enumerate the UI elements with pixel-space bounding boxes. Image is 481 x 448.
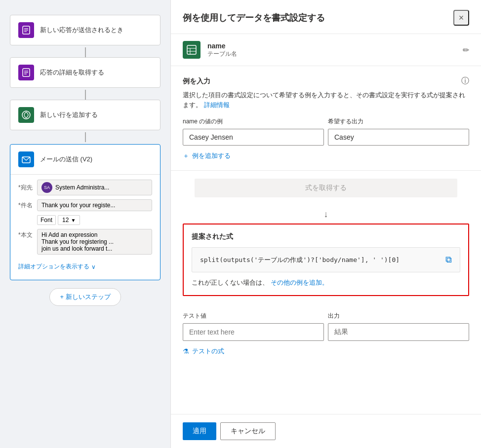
test-section: テスト値 出力 結果 ⚗ テストの式 (171, 304, 481, 372)
mail-to-field: *宛先 SA System Administra... (18, 180, 152, 195)
proposed-formula-section: 提案された式 split(outputs('テーブルの作成')?['body/n… (183, 224, 469, 296)
avatar: SA (41, 182, 52, 193)
formula-box: split(outputs('テーブルの作成')?['body/name'], … (192, 247, 460, 272)
section-description: 選択した項目の書式設定について希望する例を入力すると、その書式設定を実行する式が… (183, 90, 469, 110)
field-info: name テーブル名 ✏ (171, 34, 481, 66)
name-example-label: name の値の例 (183, 117, 324, 126)
copy-icon[interactable]: ⧉ (445, 255, 452, 265)
down-arrow: ↓ (171, 205, 481, 224)
cancel-button[interactable]: キャンセル (220, 422, 276, 440)
connector-1 (85, 47, 86, 57)
to-label: *宛先 (18, 184, 33, 192)
panel-content: 例を入力 ⓘ 選択した項目の書式設定について希望する例を入力すると、その書式設定… (171, 66, 481, 414)
mail-step[interactable]: メールの送信 (V2) *宛先 SA System Administra... … (10, 144, 160, 280)
proposed-title: 提案された式 (192, 232, 460, 241)
svg-rect-10 (187, 45, 196, 54)
formula-text: split(outputs('テーブルの作成')?['body/name'], … (200, 256, 400, 264)
info-icon[interactable]: ⓘ (461, 76, 469, 86)
flask-icon: ⚗ (183, 347, 189, 355)
test-value-input[interactable] (183, 323, 324, 341)
test-value-label: テスト値 (183, 312, 324, 320)
enter-example-title: 例を入力 (183, 77, 210, 86)
body-content: Hi Add an expression Thank you for regis… (37, 229, 152, 255)
output-example-input[interactable] (328, 129, 469, 146)
font-size[interactable]: 12 ▼ (58, 215, 80, 225)
panel-title: 例を使用してデータを書式設定する (183, 12, 325, 24)
wrong-formula-text: これが正しくない場合は、 その他の例を追加。 (192, 278, 460, 287)
to-value: SA System Administra... (37, 180, 152, 195)
excel-field-icon (183, 41, 200, 59)
format-panel: 例を使用してデータを書式設定する × name テーブル名 ✏ 例を入力 ⓘ (170, 0, 481, 448)
mail-body-field: *本文 Font 12 ▼ Hi Add an expression Thank… (18, 215, 152, 255)
panel-footer: 適用 キャンセル (171, 414, 481, 448)
forms-icon-1 (18, 22, 34, 38)
apply-button[interactable]: 適用 (183, 422, 216, 440)
subject-value: Thank you for your registe... (37, 199, 152, 211)
workflow-step-1[interactable]: 新しい応答が送信されるとき (10, 15, 160, 45)
step-3-label: 新しい行を追加する (40, 111, 98, 119)
add-more-examples-link[interactable]: その他の例を追加。 (271, 279, 328, 286)
connector-2 (85, 90, 86, 100)
mail-step-body: *宛先 SA System Administra... *件名 Thank yo… (10, 175, 160, 280)
edit-icon[interactable]: ✏ (463, 45, 469, 55)
test-formula-button[interactable]: ⚗ テストの式 (183, 347, 224, 356)
workflow-step-2[interactable]: 応答の詳細を取得する (10, 57, 160, 88)
mail-step-header: メールの送信 (V2) (10, 145, 160, 175)
forms-icon-2 (18, 65, 34, 80)
step-2-label: 応答の詳細を取得する (40, 68, 104, 77)
field-name: name (207, 42, 456, 50)
name-example-input[interactable] (183, 129, 324, 146)
body-label: *本文 (18, 231, 33, 239)
field-subtitle: テーブル名 (207, 50, 456, 58)
connector-3 (85, 132, 86, 142)
close-button[interactable]: × (453, 10, 469, 26)
panel-header: 例を使用してデータを書式設定する × (171, 0, 481, 34)
excel-icon (18, 107, 34, 123)
test-output-label: 出力 (328, 312, 469, 320)
mail-subject-field: *件名 Thank you for your registe... (18, 199, 152, 211)
show-options-btn[interactable]: 詳細オプションを表示する ∨ (18, 259, 152, 275)
add-example-button[interactable]: ＋ 例を追加する (183, 151, 231, 160)
detail-link[interactable]: 詳細情報 (204, 101, 230, 109)
workflow-background: 新しい応答が送信されるとき 応答の詳細を取得する 新しい行を追加する (0, 0, 170, 448)
enter-example-section: 例を入力 ⓘ 選択した項目の書式設定について希望する例を入力すると、その書式設定… (171, 66, 481, 171)
workflow-step-3[interactable]: 新しい行を追加する (10, 100, 160, 130)
chevron-down-icon: ∨ (91, 263, 96, 270)
mail-step-label: メールの送信 (V2) (40, 155, 92, 164)
plus-icon: ＋ (183, 151, 189, 160)
output-example-label: 希望する出力 (328, 117, 469, 126)
subject-label: *件名 (18, 201, 33, 210)
get-formula-button[interactable]: 式を取得する (195, 179, 457, 197)
step-1-label: 新しい応答が送信されるとき (40, 26, 123, 35)
outlook-icon (18, 151, 34, 167)
test-result-field: 結果 (328, 323, 469, 341)
new-step-button[interactable]: + 新しいステップ (49, 288, 120, 306)
font-select[interactable]: Font (37, 215, 56, 225)
